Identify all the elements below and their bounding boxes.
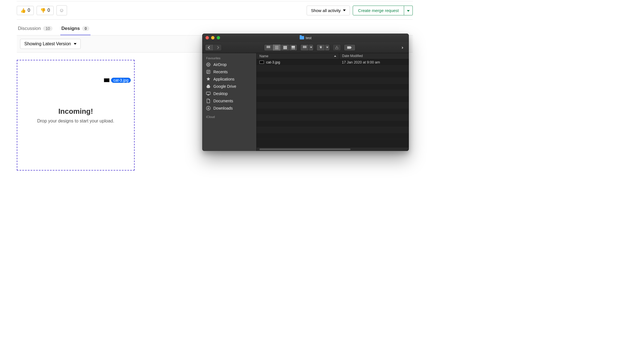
- nav-back-button[interactable]: [205, 44, 213, 51]
- thumbs-up-icon: 👍: [20, 8, 26, 13]
- action-options-button[interactable]: [325, 44, 330, 51]
- file-date-modified: 17 Jan 2020 at 9:00 am: [339, 60, 409, 64]
- activity-filter-dropdown[interactable]: Show all activity: [307, 6, 350, 15]
- window-minimize-button[interactable]: [211, 36, 214, 39]
- gear-icon: [319, 46, 323, 49]
- dropzone-heading: Incoming!: [58, 107, 93, 116]
- documents-icon: [206, 99, 211, 103]
- view-column-button[interactable]: [281, 44, 289, 51]
- svg-rect-30: [207, 73, 209, 73]
- thumbs-down-icon: 👎: [40, 8, 46, 13]
- svg-rect-13: [292, 48, 293, 49]
- arrange-button[interactable]: [300, 44, 309, 51]
- tab-discussion-label: Discussion: [18, 26, 41, 31]
- sidebar-item-label: Documents: [213, 99, 233, 103]
- google-drive-icon: [206, 84, 211, 89]
- emoji-picker-button[interactable]: ☺: [56, 5, 67, 15]
- sidebar-item-label: Recents: [213, 70, 228, 74]
- desktop-icon: [206, 91, 211, 96]
- share-icon: [335, 46, 339, 49]
- view-gallery-button[interactable]: [289, 44, 297, 51]
- thumbs-down-count: 0: [47, 8, 50, 13]
- sort-ascending-icon: [334, 55, 336, 57]
- svg-rect-29: [207, 72, 209, 72]
- sidebar-item-recents[interactable]: Recents: [202, 68, 256, 75]
- version-selector-dropdown[interactable]: Showing Latest Version: [20, 39, 81, 49]
- svg-rect-28: [207, 71, 209, 71]
- svg-rect-9: [283, 46, 284, 49]
- dropzone-subtext: Drop your designs to start your upload.: [37, 119, 114, 124]
- file-row-empty: [257, 108, 409, 115]
- toolbar-overflow-button[interactable]: ››: [398, 44, 406, 51]
- share-button[interactable]: [333, 44, 341, 51]
- sidebar-item-label: Applications: [213, 77, 235, 81]
- svg-rect-7: [275, 47, 278, 48]
- design-upload-dropzone[interactable]: Incoming! Drop your designs to start you…: [17, 60, 135, 171]
- create-merge-request-label: Create merge request: [358, 8, 399, 13]
- create-merge-request-options-button[interactable]: [404, 6, 413, 15]
- svg-rect-3: [266, 47, 268, 48]
- window-close-button[interactable]: [206, 36, 209, 39]
- chevron-down-icon: [326, 47, 328, 48]
- column-header-date-modified[interactable]: Date Modified: [339, 53, 409, 59]
- tab-designs[interactable]: Designs 0: [60, 23, 90, 35]
- svg-rect-19: [303, 47, 304, 48]
- sidebar-item-downloads[interactable]: Downloads: [202, 105, 256, 112]
- file-row-empty: [257, 65, 409, 72]
- file-row-empty: [257, 78, 409, 84]
- file-row-empty: [257, 115, 409, 121]
- scrollbar-thumb[interactable]: [259, 148, 350, 150]
- sidebar-item-label: Desktop: [213, 91, 228, 96]
- arrange-options-button[interactable]: [309, 44, 314, 51]
- tab-designs-count: 0: [82, 26, 89, 31]
- column-header-name[interactable]: Name: [257, 53, 339, 59]
- nav-forward-button[interactable]: [213, 44, 222, 51]
- file-row-empty: [257, 127, 409, 133]
- finder-titlebar[interactable]: test: [202, 34, 409, 42]
- finder-file-list: Name Date Modified cat-3.jpg 17 Jan 2020…: [257, 53, 409, 151]
- thumbs-up-button[interactable]: 👍 0: [17, 6, 34, 15]
- tab-discussion[interactable]: Discussion 10: [17, 23, 54, 35]
- svg-rect-15: [294, 48, 295, 49]
- sidebar-item-label: Downloads: [213, 106, 233, 110]
- svg-rect-21: [305, 47, 306, 48]
- sidebar-item-google-drive[interactable]: Google Drive: [202, 83, 256, 90]
- svg-rect-8: [275, 48, 278, 49]
- list-icon: [275, 46, 279, 49]
- window-maximize-button[interactable]: [217, 36, 220, 39]
- sidebar-item-documents[interactable]: Documents: [202, 97, 256, 105]
- recents-icon: [206, 70, 211, 74]
- finder-title-label: test: [306, 36, 312, 40]
- sidebar-item-desktop[interactable]: Desktop: [202, 90, 256, 97]
- horizontal-scrollbar[interactable]: [257, 148, 409, 151]
- airdrop-icon: [206, 62, 211, 67]
- action-button[interactable]: [316, 44, 325, 51]
- svg-rect-14: [293, 48, 294, 49]
- svg-rect-31: [206, 92, 210, 94]
- applications-icon: [206, 77, 211, 81]
- file-row[interactable]: cat-3.jpg 17 Jan 2020 at 9:00 am: [257, 59, 409, 65]
- create-merge-request-button[interactable]: Create merge request: [353, 6, 404, 15]
- image-file-icon: [259, 61, 264, 64]
- finder-window[interactable]: test: [202, 34, 409, 151]
- sidebar-section-icloud: iCloud: [202, 114, 256, 120]
- chevron-down-icon: [407, 10, 410, 12]
- svg-rect-17: [304, 46, 305, 47]
- columns-icon: [283, 46, 287, 49]
- file-row-empty: [257, 133, 409, 139]
- tags-button[interactable]: [344, 44, 356, 51]
- folder-icon: [300, 36, 304, 39]
- column-header-name-label: Name: [259, 54, 268, 58]
- sidebar-item-applications[interactable]: Applications: [202, 75, 256, 83]
- finder-toolbar: ››: [202, 42, 409, 53]
- finder-sidebar: Favourites AirDrop Recents Applications …: [202, 53, 257, 151]
- view-list-button[interactable]: [272, 44, 281, 51]
- svg-rect-20: [304, 47, 305, 48]
- svg-point-24: [208, 64, 209, 65]
- sidebar-item-airdrop[interactable]: AirDrop: [202, 61, 256, 68]
- thumbs-down-button[interactable]: 👎 0: [37, 6, 54, 15]
- file-row-empty: [257, 96, 409, 102]
- tab-discussion-count: 10: [43, 26, 53, 31]
- view-icon-button[interactable]: [264, 44, 272, 51]
- finder-title: test: [202, 36, 409, 40]
